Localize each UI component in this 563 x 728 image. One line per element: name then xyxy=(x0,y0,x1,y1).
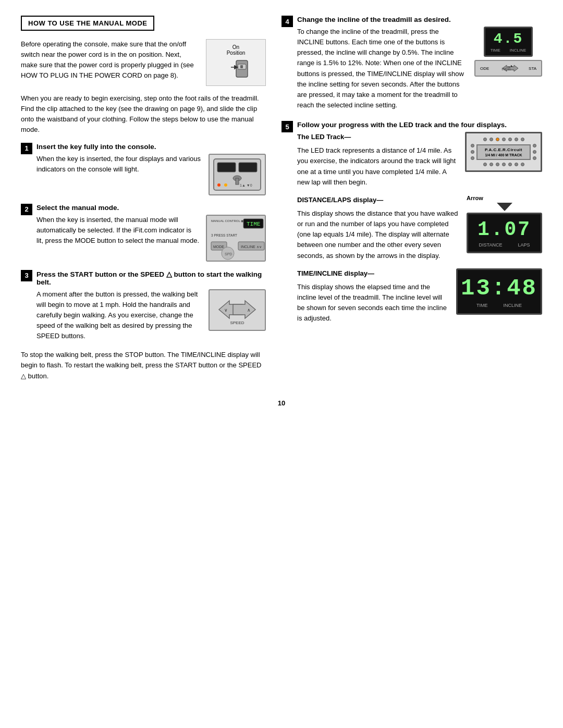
time-subtitle: TIME/INCLINE display— xyxy=(297,268,449,279)
step-4-text: To change the incline of the treadmill, … xyxy=(297,27,466,110)
incline-display-labels: TIME INCLINE xyxy=(491,48,527,53)
mode-console-icon: MANUAL CONTROL ◉ TIME MODE INCLINE ∧∨ xyxy=(207,216,266,262)
svg-rect-8 xyxy=(236,178,239,184)
section-title-text: HOW TO USE THE MANUAL MODE xyxy=(28,19,147,27)
step-2-body: When the key is inserted, the manual mod… xyxy=(36,215,266,262)
distance-sublabels: DISTANCE LAPS xyxy=(479,242,530,248)
svg-rect-2 xyxy=(240,65,243,68)
step-3-body: A moment after the button is pressed, th… xyxy=(36,289,266,342)
step-4-display: 4.5 TIME INCLINE ODE INCLINE xyxy=(474,27,542,77)
on-text: On xyxy=(232,44,239,50)
led-dot xyxy=(489,138,493,141)
led-dot xyxy=(515,163,518,166)
svg-rect-6 xyxy=(239,163,257,172)
page-number: 10 xyxy=(21,399,542,407)
step-3-text: A moment after the button is pressed, th… xyxy=(36,289,202,342)
led-dot xyxy=(489,163,493,166)
console-key-icon: 1▲ ▼0 xyxy=(211,156,263,193)
pacer-circuit-label: P.A.C.E.R.Circuit xyxy=(480,147,528,152)
step-3: 3 Press the START button or the SPEED △ … xyxy=(21,270,266,342)
incline-console-buttons: ODE INCLINE STA xyxy=(474,60,542,77)
time-incline-seg-display: 13:48 TIME INCLINE xyxy=(456,268,542,315)
led-track-text: The LED track represents a distance of 1… xyxy=(297,145,458,188)
svg-text:MANUAL CONTROL ◉: MANUAL CONTROL ◉ xyxy=(211,219,243,223)
led-track-middle: P.A.C.E.R.Circuit 1/4 MI / 400 M TRACK xyxy=(471,144,536,160)
step-1-content: Insert the key fully into the console. W… xyxy=(36,143,266,195)
svg-text:SPD: SPD xyxy=(225,252,232,256)
distance-display-container: Arrow 1.07 DISTANCE xyxy=(467,195,542,253)
led-track-text-block: The LED Track— The LED track represents … xyxy=(297,132,458,188)
step-1-title: Insert the key fully into the console. xyxy=(36,143,266,151)
svg-text:1▲ ▼0: 1▲ ▼0 xyxy=(240,183,252,187)
step-2-text: When the key is inserted, the manual mod… xyxy=(36,215,200,246)
incline-buttons-icon: INCLINE xyxy=(498,63,519,73)
page-container: HOW TO USE THE MANUAL MODE Before operat… xyxy=(21,16,542,389)
step-5-title: Follow your progress with the LED track … xyxy=(297,121,542,129)
section-title: HOW TO USE THE MANUAL MODE xyxy=(21,16,154,31)
led-dot xyxy=(483,138,487,141)
step-2-title: Select the manual mode. xyxy=(36,204,266,212)
speed-buttons-icon: ∨ SPEED ∧ xyxy=(211,293,263,327)
step-4: 4 Change the incline of the treadmill as… xyxy=(282,16,542,110)
step-4-title: Change the incline of the treadmill as d… xyxy=(297,16,542,23)
led-dot xyxy=(508,163,512,166)
step-5: 5 Follow your progress with the LED trac… xyxy=(282,121,542,324)
distance-text-block: DISTANCE/LAPS display— This display show… xyxy=(297,195,459,261)
led-dot xyxy=(496,163,499,166)
led-track-section: The LED Track— The LED track represents … xyxy=(297,132,542,188)
led-dots-top xyxy=(471,138,536,141)
sta-label: STA xyxy=(529,66,536,71)
svg-text:∨: ∨ xyxy=(224,307,228,313)
step-4-text-block: To change the incline of the treadmill, … xyxy=(297,27,466,110)
led-track-subtitle: The LED Track— xyxy=(297,132,458,142)
distance-seg-display: 1.07 DISTANCE LAPS xyxy=(467,213,542,253)
step-5-number: 5 xyxy=(282,121,293,132)
led-dot xyxy=(533,156,536,160)
led-track-illustration: P.A.C.E.R.Circuit 1/4 MI / 400 M TRACK xyxy=(465,132,542,172)
time-text-block: TIME/INCLINE display— This display shows… xyxy=(297,268,449,324)
led-dot xyxy=(521,163,524,166)
led-dot xyxy=(521,138,524,141)
step-5-body: The LED Track— The LED track represents … xyxy=(297,132,542,324)
step-4-body: To change the incline of the treadmill, … xyxy=(297,27,542,110)
svg-point-9 xyxy=(217,183,221,187)
switch-svg-icon xyxy=(221,58,252,81)
step-1: 1 Insert the key fully into the console.… xyxy=(21,143,266,195)
time-incline-section: TIME/INCLINE display— This display shows… xyxy=(297,268,542,324)
svg-rect-5 xyxy=(217,163,236,172)
led-dot xyxy=(502,138,506,141)
step-3-content: Press the START button or the SPEED △ bu… xyxy=(36,270,266,342)
step-5-content: Follow your progress with the LED track … xyxy=(297,121,542,324)
step-4-number: 4 xyxy=(282,16,293,27)
time-text: This display shows the elapsed time and … xyxy=(297,282,449,324)
led-dot xyxy=(515,138,518,141)
right-column: 4 Change the incline of the treadmill as… xyxy=(282,16,542,389)
led-dot xyxy=(508,138,512,141)
step-2-number: 2 xyxy=(21,204,32,215)
step-1-image: 1▲ ▼0 xyxy=(209,154,266,195)
ode-label: ODE xyxy=(480,66,489,71)
step-3-number: 3 xyxy=(21,270,32,281)
incline-time-label: TIME xyxy=(491,48,500,53)
led-dot-lit xyxy=(496,138,499,141)
pacer-circuit-box: P.A.C.E.R.Circuit 1/4 MI / 400 M TRACK xyxy=(476,144,531,160)
down-arrow-icon xyxy=(497,203,512,211)
svg-text:MODE: MODE xyxy=(213,245,224,249)
svg-text:INCLINE ∧∨: INCLINE ∧∨ xyxy=(241,245,262,249)
step-2: 2 Select the manual mode. When the key i… xyxy=(21,204,266,262)
led-dot xyxy=(471,156,474,160)
step-1-number: 1 xyxy=(21,143,32,154)
step-2-image: MANUAL CONTROL ◉ TIME MODE INCLINE ∧∨ xyxy=(206,215,266,262)
distance-arrow-icon xyxy=(467,203,542,211)
time-incline-digits: 13:48 xyxy=(461,275,537,301)
svg-text:TIME: TIME xyxy=(247,221,261,227)
time-incline-sublabels: TIME INCLINE xyxy=(476,303,522,308)
pacer-track-label: 1/4 MI / 400 M TRACK xyxy=(480,153,528,157)
step-2-content: Select the manual mode. When the key is … xyxy=(36,204,266,262)
svg-text:SPEED: SPEED xyxy=(230,320,244,325)
arrow-label: Arrow xyxy=(467,195,542,201)
distance-digits: 1.07 xyxy=(478,218,531,241)
incline-incline-label: INCLINE xyxy=(510,48,527,53)
time-incline-display-container: 13:48 TIME INCLINE xyxy=(456,268,542,315)
led-dot xyxy=(483,163,487,166)
